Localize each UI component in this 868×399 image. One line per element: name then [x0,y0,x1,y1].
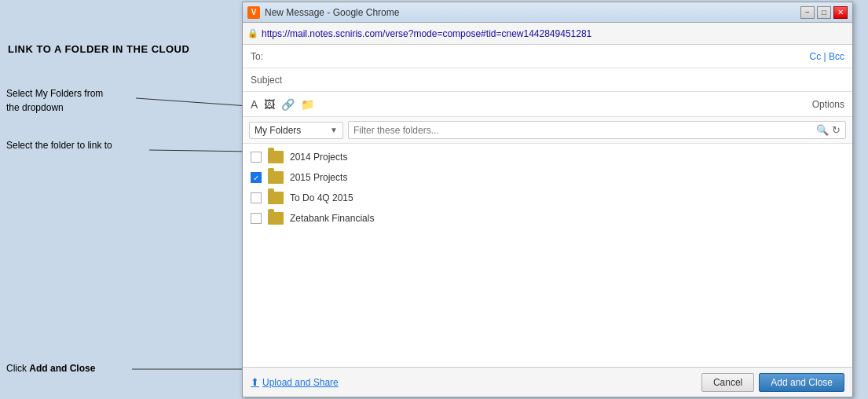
window-controls[interactable]: − □ ✕ [800,6,848,19]
folder-icon [268,171,284,184]
upload-share-button[interactable]: ⬆ Upload and Share [251,376,339,388]
folder-dropdown-value: My Folders [255,125,301,136]
options-button[interactable]: Options [812,99,844,110]
close-button[interactable]: ✕ [833,6,848,19]
list-item[interactable]: Zetabank Financials [243,208,852,229]
image-icon[interactable]: 🖼 [264,98,275,111]
toolbar-icons: A 🖼 🔗 📁 [251,98,314,111]
folder-name: 2015 Projects [290,172,347,183]
folder-name: 2014 Projects [290,152,347,163]
bottom-bar: ⬆ Upload and Share Cancel Add and Close [243,367,852,397]
filter-search-icon: 🔍 [816,124,829,136]
filter-refresh-icon[interactable]: ↻ [832,124,841,136]
window-title: New Message - Google Chrome [265,7,399,18]
upload-icon: ⬆ [251,376,259,388]
security-lock-icon: 🔒 [247,28,258,38]
folder-icon [268,192,284,204]
to-input[interactable] [290,51,810,62]
folder-filter-wrapper: 🔍 ↻ [348,121,846,139]
cancel-button[interactable]: Cancel [701,373,754,392]
folder-checkbox[interactable] [251,213,262,224]
folder-dropdown[interactable]: My Folders ▼ [249,122,343,139]
toolbar-row: A 🖼 🔗 📁 Options [243,92,852,117]
browser-window: V New Message - Google Chrome − □ ✕ 🔒 ht… [242,2,853,397]
folder-name: Zetabank Financials [290,213,374,224]
to-label: To: [251,51,290,62]
folder-checkbox[interactable] [251,172,262,183]
folder-list: 2014 Projects2015 ProjectsTo Do 4Q 2015Z… [243,144,852,367]
add-and-close-button[interactable]: Add and Close [759,373,844,392]
compose-area: To: Cc | Bcc Subject A 🖼 🔗 📁 Options My … [243,45,852,397]
dropdown-arrow-icon: ▼ [330,126,338,134]
minimize-button[interactable]: − [800,6,815,19]
address-url[interactable]: https://mail.notes.scniris.com/verse?mod… [262,28,848,39]
annotation-step2: Select the folder to link to [6,140,112,151]
title-bar-left: V New Message - Google Chrome [247,6,399,19]
annotation-step3: Click Add and Close [6,363,95,374]
folder-icon [268,212,284,225]
list-item[interactable]: 2014 Projects [243,147,852,167]
upload-share-label: Upload and Share [262,377,339,388]
action-buttons: Cancel Add and Close [701,373,844,392]
title-bar: V New Message - Google Chrome − □ ✕ [243,2,852,23]
address-bar: 🔒 https://mail.notes.scniris.com/verse?m… [243,23,852,45]
folder-icon [268,151,284,163]
font-icon[interactable]: A [251,98,258,111]
restore-button[interactable]: □ [817,6,831,19]
subject-label: Subject [251,75,290,86]
annotation-title: LINK TO A FOLDER IN THE CLOUD [8,43,189,55]
annotation-area: LINK TO A FOLDER IN THE CLOUD Select My … [0,0,240,399]
list-item[interactable]: To Do 4Q 2015 [243,188,852,208]
folder-name: To Do 4Q 2015 [290,192,353,203]
list-item[interactable]: 2015 Projects [243,167,852,188]
folder-checkbox[interactable] [251,192,262,203]
folder-checkbox[interactable] [251,152,262,163]
browser-favicon: V [247,6,260,19]
folder-filter-input[interactable] [353,125,816,136]
folder-attach-icon[interactable]: 📁 [301,98,314,111]
link-icon[interactable]: 🔗 [281,98,295,111]
annotation-step1: Select My Folders from the dropdown [6,86,103,115]
folder-selector-row: My Folders ▼ 🔍 ↻ [243,117,852,144]
subject-row: Subject [243,68,852,92]
cc-bcc-button[interactable]: Cc | Bcc [810,51,844,62]
subject-input[interactable] [290,75,844,86]
to-row: To: Cc | Bcc [243,45,852,68]
